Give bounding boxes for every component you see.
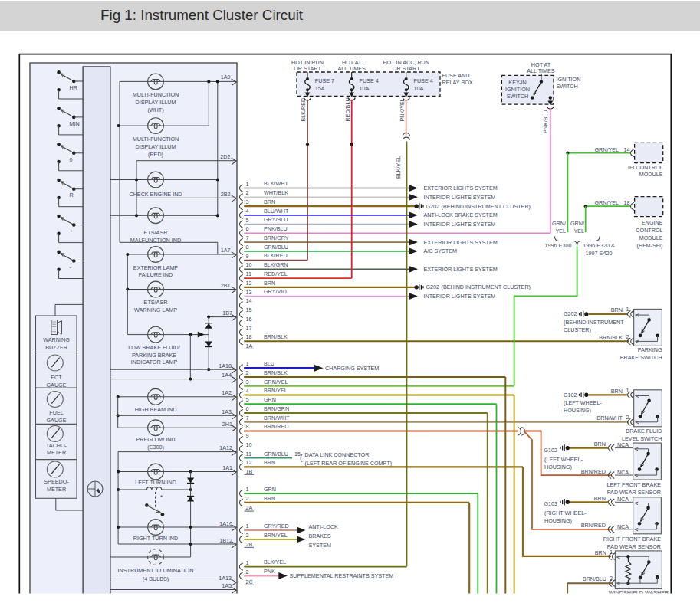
svg-text:FUSE 4: FUSE 4	[414, 77, 433, 84]
svg-text:BLK/YEL: BLK/YEL	[264, 559, 286, 565]
svg-text:1: 1	[246, 486, 249, 493]
svg-text:RED/YEL: RED/YEL	[264, 270, 288, 277]
svg-text:18: 18	[246, 333, 252, 340]
svg-text:BRN/YEL: BRN/YEL	[264, 532, 288, 539]
svg-text:2B: 2B	[246, 541, 253, 548]
svg-text:BLK/WHT: BLK/WHT	[264, 180, 289, 187]
svg-text:2B1: 2B1	[221, 282, 231, 289]
svg-text:(BEHIND INSTRUMENT: (BEHIND INSTRUMENT	[564, 319, 624, 326]
svg-text:2D2: 2D2	[220, 153, 230, 160]
svg-text:INTERIOR LIGHTS SYSTEM: INTERIOR LIGHTS SYSTEM	[424, 194, 496, 201]
svg-text:INTERIOR LIGHTS SYSTEM: INTERIOR LIGHTS SYSTEM	[424, 221, 496, 228]
svg-text:DATA LINK CONNECTOR: DATA LINK CONNECTOR	[305, 451, 370, 458]
svg-text:IGNITION: IGNITION	[505, 86, 530, 93]
svg-text:NCA: NCA	[617, 523, 629, 530]
svg-text:GRN/BLU: GRN/BLU	[264, 451, 288, 457]
svg-text:2B2: 2B2	[221, 191, 231, 198]
svg-text:SYSTEM: SYSTEM	[309, 542, 332, 549]
svg-text:BLK/RED: BLK/RED	[264, 252, 288, 259]
svg-text:BRN/YEL: BRN/YEL	[264, 387, 288, 394]
svg-text:BRN/WHT: BRN/WHT	[596, 415, 623, 421]
svg-text:0: 0	[70, 156, 73, 163]
svg-text:3: 3	[246, 379, 249, 385]
svg-text:NCA: NCA	[617, 441, 629, 448]
svg-text:TACHO-: TACHO-	[46, 442, 67, 449]
svg-text:WARNING LAMP: WARNING LAMP	[134, 306, 177, 313]
svg-text:BRN: BRN	[595, 549, 606, 556]
svg-text:BRN: BRN	[264, 280, 275, 287]
svg-text:BRN/RED: BRN/RED	[581, 468, 606, 475]
svg-text:WHT/BLK: WHT/BLK	[264, 189, 288, 196]
svg-text:(E300): (E300)	[147, 444, 164, 451]
svg-text:11: 11	[246, 451, 251, 457]
svg-text:FUEL: FUEL	[49, 409, 63, 416]
svg-text:17: 17	[246, 325, 252, 332]
svg-text:2A: 2A	[246, 504, 253, 511]
svg-text:IFI CONTROL: IFI CONTROL	[628, 164, 663, 171]
svg-text:BRN/RED: BRN/RED	[264, 423, 288, 430]
svg-text:5: 5	[246, 217, 249, 224]
svg-text:1996 E320 &: 1996 E320 &	[583, 242, 615, 249]
svg-text:GAUGE: GAUGE	[47, 417, 67, 424]
svg-text:GRN/: GRN/	[570, 220, 584, 227]
svg-text:RIGHT FRONT BRAKE: RIGHT FRONT BRAKE	[603, 536, 661, 543]
svg-text:*: *	[160, 493, 163, 500]
svg-text:1A10: 1A10	[219, 520, 232, 527]
svg-text:GRN: GRN	[264, 486, 276, 493]
svg-text:4: 4	[246, 388, 249, 395]
svg-text:16: 16	[246, 316, 252, 323]
svg-text:MULTI-FUNCTION: MULTI-FUNCTION	[133, 91, 179, 98]
svg-text:EXTERIOR LIGHTS SYSTEM: EXTERIOR LIGHTS SYSTEM	[424, 185, 498, 192]
svg-text:11: 11	[246, 270, 251, 277]
svg-text:GRN/BLU: GRN/BLU	[264, 244, 288, 251]
svg-text:BRN: BRN	[611, 306, 623, 313]
svg-text:2: 2	[246, 369, 249, 376]
svg-text:BLU/WHT: BLU/WHT	[264, 208, 289, 215]
svg-text:SWITCH: SWITCH	[556, 83, 577, 90]
svg-text:1A: 1A	[246, 343, 253, 349]
svg-text:G102: G102	[564, 392, 577, 398]
svg-text:EXTERIOR LAMP: EXTERIOR LAMP	[133, 264, 179, 271]
svg-text:DISPLAY ILLUM: DISPLAY ILLUM	[136, 99, 176, 106]
svg-text:HOUSING): HOUSING)	[544, 464, 572, 470]
svg-text:(RED): (RED)	[148, 151, 163, 158]
svg-text:2: 2	[626, 333, 629, 340]
svg-text:EXTERIOR LIGHTS SYSTEM: EXTERIOR LIGHTS SYSTEM	[424, 266, 498, 273]
svg-text:G202: G202	[564, 310, 577, 317]
svg-text:GRN/YEL: GRN/YEL	[264, 379, 288, 385]
svg-text:DISPLAY ILLUM: DISPLAY ILLUM	[136, 143, 176, 150]
svg-text:2: 2	[246, 495, 249, 502]
svg-text:1997 E420: 1997 E420	[586, 250, 613, 257]
svg-text:1: 1	[246, 559, 249, 566]
svg-text:(WHT): (WHT)	[147, 107, 163, 113]
svg-text:2H1: 2H1	[222, 421, 232, 428]
svg-text:BRAKE SWITCH: BRAKE SWITCH	[620, 354, 662, 361]
svg-text:1A4: 1A4	[222, 372, 232, 379]
svg-text:PAD WEAR SENSOR: PAD WEAR SENSOR	[607, 543, 661, 550]
svg-text:1A13: 1A13	[219, 575, 232, 582]
svg-text:(BEHIND INSTRUMENT CLUSTER): (BEHIND INSTRUMENT CLUSTER)	[442, 284, 531, 290]
svg-text:ETS/ASR: ETS/ASR	[144, 229, 168, 236]
svg-text:ANTI-LOCK: ANTI-LOCK	[309, 523, 339, 530]
svg-text:BLK/RED: BLK/RED	[300, 98, 307, 122]
svg-text:1B7: 1B7	[222, 310, 232, 316]
svg-text:GRY/RED: GRY/RED	[264, 523, 289, 529]
svg-text:G202: G202	[426, 203, 440, 210]
svg-text:NCA: NCA	[617, 469, 629, 476]
svg-text:1: 1	[246, 523, 249, 529]
svg-text:1A1: 1A1	[222, 464, 232, 471]
svg-text:LOW BRAKE FLUID/: LOW BRAKE FLUID/	[128, 344, 180, 351]
svg-text:PAD WEAR SENSOR: PAD WEAR SENSOR	[607, 489, 661, 496]
svg-text:HOUSING): HOUSING)	[564, 407, 591, 414]
svg-text:8: 8	[246, 423, 249, 430]
svg-text:6: 6	[246, 225, 249, 232]
svg-text:BRN/WHT: BRN/WHT	[264, 415, 290, 421]
svg-text:(LEFT WHEEL-: (LEFT WHEEL-	[564, 399, 602, 406]
svg-text:BRN/BLK: BRN/BLK	[264, 369, 288, 376]
svg-text:RED/BLU: RED/BLU	[344, 97, 351, 121]
svg-text:YEL: YEL	[555, 228, 566, 234]
svg-text:PARKING: PARKING	[638, 346, 662, 353]
svg-text:15: 15	[246, 306, 252, 313]
svg-text:ENGINE: ENGINE	[642, 219, 663, 226]
svg-text:OR START: OR START	[294, 65, 321, 72]
